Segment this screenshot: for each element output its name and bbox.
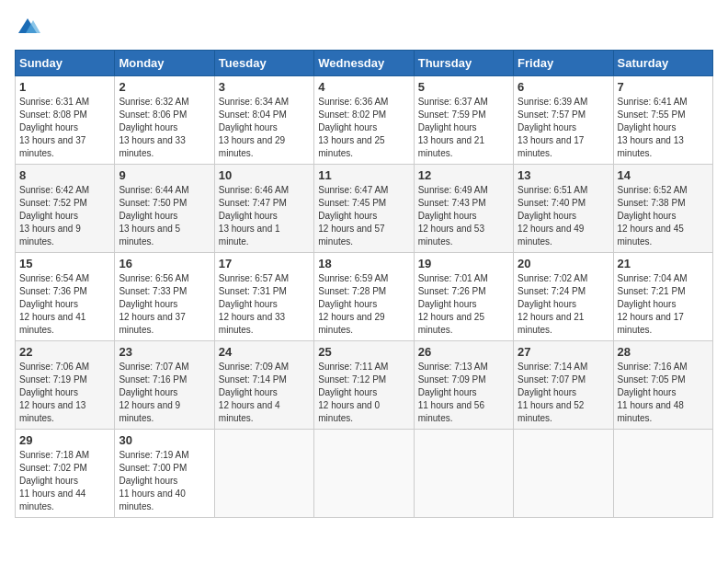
day-info: Sunrise: 7:16 AMSunset: 7:05 PMDaylight … xyxy=(618,361,709,425)
calendar-day-cell: 15Sunrise: 6:54 AMSunset: 7:36 PMDayligh… xyxy=(16,253,115,341)
day-number: 3 xyxy=(219,80,310,94)
header xyxy=(15,15,713,40)
day-info: Sunrise: 7:07 AMSunset: 7:16 PMDaylight … xyxy=(119,361,210,425)
calendar-day-cell: 28Sunrise: 7:16 AMSunset: 7:05 PMDayligh… xyxy=(613,341,712,430)
day-number: 17 xyxy=(219,257,310,270)
day-info: Sunrise: 7:06 AMSunset: 7:19 PMDaylight … xyxy=(19,361,110,425)
day-info: Sunrise: 6:42 AMSunset: 7:52 PMDaylight … xyxy=(19,184,110,248)
day-of-week-header: Tuesday xyxy=(214,51,313,76)
day-info: Sunrise: 7:18 AMSunset: 7:02 PMDaylight … xyxy=(19,449,110,513)
day-of-week-header: Thursday xyxy=(414,51,513,76)
day-info: Sunrise: 6:39 AMSunset: 7:57 PMDaylight … xyxy=(518,96,609,160)
calendar-week-row: 8Sunrise: 6:42 AMSunset: 7:52 PMDaylight… xyxy=(16,165,713,253)
day-number: 1 xyxy=(19,80,110,94)
day-number: 12 xyxy=(418,168,509,182)
day-info: Sunrise: 6:34 AMSunset: 8:04 PMDaylight … xyxy=(219,96,310,160)
calendar-day-cell xyxy=(514,430,613,518)
day-info: Sunrise: 6:46 AMSunset: 7:47 PMDaylight … xyxy=(219,184,310,248)
day-number: 20 xyxy=(518,257,609,270)
day-number: 2 xyxy=(119,80,210,94)
day-number: 21 xyxy=(618,257,709,270)
day-number: 28 xyxy=(618,345,709,359)
day-number: 14 xyxy=(618,168,709,182)
calendar-day-cell xyxy=(314,430,414,518)
calendar-day-cell: 21Sunrise: 7:04 AMSunset: 7:21 PMDayligh… xyxy=(613,253,712,341)
day-info: Sunrise: 6:47 AMSunset: 7:45 PMDaylight … xyxy=(318,184,409,248)
calendar-day-cell: 16Sunrise: 6:56 AMSunset: 7:33 PMDayligh… xyxy=(115,253,214,341)
calendar-day-cell xyxy=(414,430,513,518)
day-number: 23 xyxy=(119,345,210,359)
day-number: 30 xyxy=(119,433,210,447)
day-info: Sunrise: 6:52 AMSunset: 7:38 PMDaylight … xyxy=(618,184,709,248)
day-number: 13 xyxy=(518,168,609,182)
day-of-week-header: Sunday xyxy=(16,51,115,76)
day-number: 5 xyxy=(418,80,509,94)
day-of-week-header: Friday xyxy=(514,51,613,76)
day-info: Sunrise: 6:57 AMSunset: 7:31 PMDaylight … xyxy=(219,272,310,337)
day-number: 22 xyxy=(19,345,110,359)
calendar-day-cell xyxy=(613,430,712,518)
day-info: Sunrise: 7:19 AMSunset: 7:00 PMDaylight … xyxy=(119,449,210,513)
calendar-day-cell: 27Sunrise: 7:14 AMSunset: 7:07 PMDayligh… xyxy=(514,341,613,430)
calendar-week-row: 29Sunrise: 7:18 AMSunset: 7:02 PMDayligh… xyxy=(16,430,713,518)
calendar-day-cell: 17Sunrise: 6:57 AMSunset: 7:31 PMDayligh… xyxy=(214,253,313,341)
calendar-day-cell: 25Sunrise: 7:11 AMSunset: 7:12 PMDayligh… xyxy=(314,341,414,430)
day-info: Sunrise: 7:14 AMSunset: 7:07 PMDaylight … xyxy=(518,361,609,425)
calendar-day-cell: 20Sunrise: 7:02 AMSunset: 7:24 PMDayligh… xyxy=(514,253,613,341)
day-number: 16 xyxy=(119,257,210,270)
calendar-day-cell: 6Sunrise: 6:39 AMSunset: 7:57 PMDaylight… xyxy=(514,76,613,165)
calendar-day-cell xyxy=(214,430,313,518)
calendar-day-cell: 14Sunrise: 6:52 AMSunset: 7:38 PMDayligh… xyxy=(613,165,712,253)
day-number: 10 xyxy=(219,168,310,182)
day-info: Sunrise: 7:04 AMSunset: 7:21 PMDaylight … xyxy=(618,272,709,337)
day-number: 25 xyxy=(318,345,409,359)
day-info: Sunrise: 6:49 AMSunset: 7:43 PMDaylight … xyxy=(418,184,509,248)
calendar-day-cell: 29Sunrise: 7:18 AMSunset: 7:02 PMDayligh… xyxy=(16,430,115,518)
calendar-day-cell: 7Sunrise: 6:41 AMSunset: 7:55 PMDaylight… xyxy=(613,76,712,165)
day-number: 29 xyxy=(19,433,110,447)
day-number: 18 xyxy=(318,257,409,270)
calendar-week-row: 15Sunrise: 6:54 AMSunset: 7:36 PMDayligh… xyxy=(16,253,713,341)
calendar-day-cell: 26Sunrise: 7:13 AMSunset: 7:09 PMDayligh… xyxy=(414,341,513,430)
day-info: Sunrise: 7:02 AMSunset: 7:24 PMDaylight … xyxy=(518,272,609,337)
logo-icon xyxy=(15,15,40,40)
day-number: 11 xyxy=(318,168,409,182)
calendar-header: SundayMondayTuesdayWednesdayThursdayFrid… xyxy=(16,51,713,76)
calendar-day-cell: 22Sunrise: 7:06 AMSunset: 7:19 PMDayligh… xyxy=(16,341,115,430)
day-info: Sunrise: 6:36 AMSunset: 8:02 PMDaylight … xyxy=(318,96,409,160)
day-info: Sunrise: 6:37 AMSunset: 7:59 PMDaylight … xyxy=(418,96,509,160)
day-number: 19 xyxy=(418,257,509,270)
calendar-week-row: 22Sunrise: 7:06 AMSunset: 7:19 PMDayligh… xyxy=(16,341,713,430)
day-number: 26 xyxy=(418,345,509,359)
day-number: 6 xyxy=(518,80,609,94)
day-info: Sunrise: 6:51 AMSunset: 7:40 PMDaylight … xyxy=(518,184,609,248)
calendar-day-cell: 19Sunrise: 7:01 AMSunset: 7:26 PMDayligh… xyxy=(414,253,513,341)
calendar-day-cell: 5Sunrise: 6:37 AMSunset: 7:59 PMDaylight… xyxy=(414,76,513,165)
day-info: Sunrise: 7:11 AMSunset: 7:12 PMDaylight … xyxy=(318,361,409,425)
calendar-day-cell: 10Sunrise: 6:46 AMSunset: 7:47 PMDayligh… xyxy=(214,165,313,253)
calendar-week-row: 1Sunrise: 6:31 AMSunset: 8:08 PMDaylight… xyxy=(16,76,713,165)
day-info: Sunrise: 7:09 AMSunset: 7:14 PMDaylight … xyxy=(219,361,310,425)
calendar-day-cell: 9Sunrise: 6:44 AMSunset: 7:50 PMDaylight… xyxy=(115,165,214,253)
calendar-day-cell: 1Sunrise: 6:31 AMSunset: 8:08 PMDaylight… xyxy=(16,76,115,165)
day-of-week-header: Wednesday xyxy=(314,51,414,76)
day-number: 15 xyxy=(19,257,110,270)
calendar-day-cell: 23Sunrise: 7:07 AMSunset: 7:16 PMDayligh… xyxy=(115,341,214,430)
logo xyxy=(15,15,44,40)
day-info: Sunrise: 6:59 AMSunset: 7:28 PMDaylight … xyxy=(318,272,409,337)
day-number: 8 xyxy=(19,168,110,182)
calendar-day-cell: 13Sunrise: 6:51 AMSunset: 7:40 PMDayligh… xyxy=(514,165,613,253)
calendar-day-cell: 24Sunrise: 7:09 AMSunset: 7:14 PMDayligh… xyxy=(214,341,313,430)
day-info: Sunrise: 6:32 AMSunset: 8:06 PMDaylight … xyxy=(119,96,210,160)
day-number: 7 xyxy=(618,80,709,94)
day-number: 9 xyxy=(119,168,210,182)
day-of-week-header: Saturday xyxy=(613,51,712,76)
calendar-day-cell: 8Sunrise: 6:42 AMSunset: 7:52 PMDaylight… xyxy=(16,165,115,253)
day-info: Sunrise: 6:44 AMSunset: 7:50 PMDaylight … xyxy=(119,184,210,248)
day-info: Sunrise: 6:41 AMSunset: 7:55 PMDaylight … xyxy=(618,96,709,160)
day-info: Sunrise: 7:13 AMSunset: 7:09 PMDaylight … xyxy=(418,361,509,425)
calendar-day-cell: 4Sunrise: 6:36 AMSunset: 8:02 PMDaylight… xyxy=(314,76,414,165)
calendar-day-cell: 11Sunrise: 6:47 AMSunset: 7:45 PMDayligh… xyxy=(314,165,414,253)
day-number: 24 xyxy=(219,345,310,359)
day-info: Sunrise: 7:01 AMSunset: 7:26 PMDaylight … xyxy=(418,272,509,337)
